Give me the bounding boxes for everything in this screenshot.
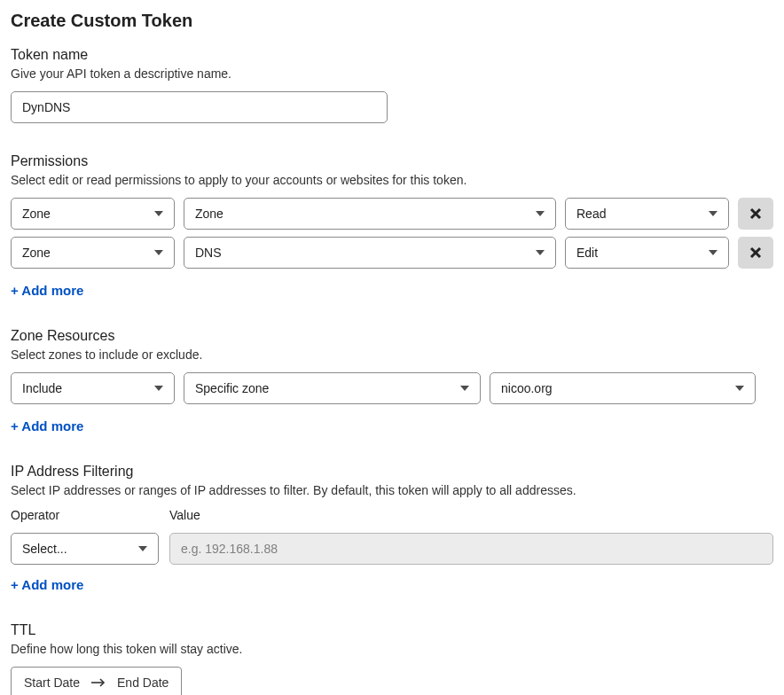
chevron-down-icon bbox=[709, 211, 717, 216]
permission-resource-value: DNS bbox=[195, 246, 222, 260]
arrow-right-icon bbox=[90, 677, 106, 688]
ttl-start-label: Start Date bbox=[24, 675, 80, 690]
token-name-section: Token name Give your API token a descrip… bbox=[11, 47, 773, 123]
permission-access-select[interactable]: Read bbox=[565, 198, 729, 230]
permissions-heading: Permissions bbox=[11, 153, 773, 169]
zone-resources-section: Zone Resources Select zones to include o… bbox=[11, 328, 773, 433]
permission-scope-value: Zone bbox=[22, 246, 51, 260]
zone-resources-add-more-button[interactable]: + Add more bbox=[11, 418, 83, 433]
ip-value-label: Value bbox=[169, 508, 773, 522]
permission-access-value: Read bbox=[576, 207, 606, 221]
ttl-desc: Define how long this token will stay act… bbox=[11, 642, 773, 656]
zone-mode-select[interactable]: Include bbox=[11, 372, 175, 404]
ip-value-input-wrap[interactable] bbox=[169, 533, 773, 565]
ip-filtering-section: IP Address Filtering Select IP addresses… bbox=[11, 464, 773, 592]
close-icon bbox=[749, 246, 762, 259]
permission-scope-value: Zone bbox=[22, 207, 51, 221]
permission-resource-select[interactable]: DNS bbox=[184, 237, 556, 269]
zone-resource-row: Include Specific zone nicoo.org bbox=[11, 372, 773, 404]
zone-resources-desc: Select zones to include or exclude. bbox=[11, 348, 773, 362]
chevron-down-icon bbox=[536, 211, 545, 216]
zone-name-select[interactable]: nicoo.org bbox=[490, 372, 756, 404]
zone-mode-value: Include bbox=[22, 381, 62, 395]
permission-remove-button[interactable] bbox=[738, 237, 773, 269]
chevron-down-icon bbox=[709, 250, 717, 255]
chevron-down-icon bbox=[154, 386, 163, 391]
permissions-desc: Select edit or read permissions to apply… bbox=[11, 173, 773, 187]
page-title: Create Custom Token bbox=[11, 11, 773, 31]
chevron-down-icon bbox=[154, 211, 163, 216]
permission-scope-select[interactable]: Zone bbox=[11, 198, 175, 230]
chevron-down-icon bbox=[735, 386, 744, 391]
zone-scope-select[interactable]: Specific zone bbox=[184, 372, 481, 404]
permissions-add-more-button[interactable]: + Add more bbox=[11, 283, 83, 298]
ip-filtering-add-more-button[interactable]: + Add more bbox=[11, 577, 83, 592]
ip-filtering-heading: IP Address Filtering bbox=[11, 464, 773, 480]
token-name-input[interactable] bbox=[22, 100, 376, 114]
permission-resource-value: Zone bbox=[195, 207, 223, 221]
ttl-heading: TTL bbox=[11, 622, 773, 638]
token-name-desc: Give your API token a descriptive name. bbox=[11, 66, 773, 81]
token-name-input-wrap[interactable] bbox=[11, 91, 388, 123]
ip-operator-value: Select... bbox=[22, 542, 67, 556]
ip-operator-label: Operator bbox=[11, 508, 159, 522]
permission-row: Zone DNS Edit bbox=[11, 237, 773, 269]
ip-operator-select[interactable]: Select... bbox=[11, 533, 159, 565]
permission-scope-select[interactable]: Zone bbox=[11, 237, 175, 269]
zone-scope-value: Specific zone bbox=[195, 381, 269, 395]
permission-access-select[interactable]: Edit bbox=[565, 237, 729, 269]
chevron-down-icon bbox=[536, 250, 545, 255]
ttl-section: TTL Define how long this token will stay… bbox=[11, 622, 773, 695]
permission-access-value: Edit bbox=[576, 246, 598, 260]
permission-remove-button[interactable] bbox=[738, 198, 773, 230]
ttl-date-range-picker[interactable]: Start Date End Date bbox=[11, 667, 182, 695]
permission-row: Zone Zone Read bbox=[11, 198, 773, 230]
permissions-section: Permissions Select edit or read permissi… bbox=[11, 153, 773, 298]
chevron-down-icon bbox=[460, 386, 469, 391]
zone-name-value: nicoo.org bbox=[501, 381, 553, 395]
chevron-down-icon bbox=[138, 546, 147, 551]
token-name-heading: Token name bbox=[11, 47, 773, 63]
ip-value-input[interactable] bbox=[181, 542, 762, 556]
ttl-end-label: End Date bbox=[117, 675, 169, 690]
close-icon bbox=[749, 207, 762, 220]
zone-resources-heading: Zone Resources bbox=[11, 328, 773, 344]
permission-resource-select[interactable]: Zone bbox=[184, 198, 556, 230]
chevron-down-icon bbox=[154, 250, 163, 255]
ip-filtering-desc: Select IP addresses or ranges of IP addr… bbox=[11, 483, 773, 497]
